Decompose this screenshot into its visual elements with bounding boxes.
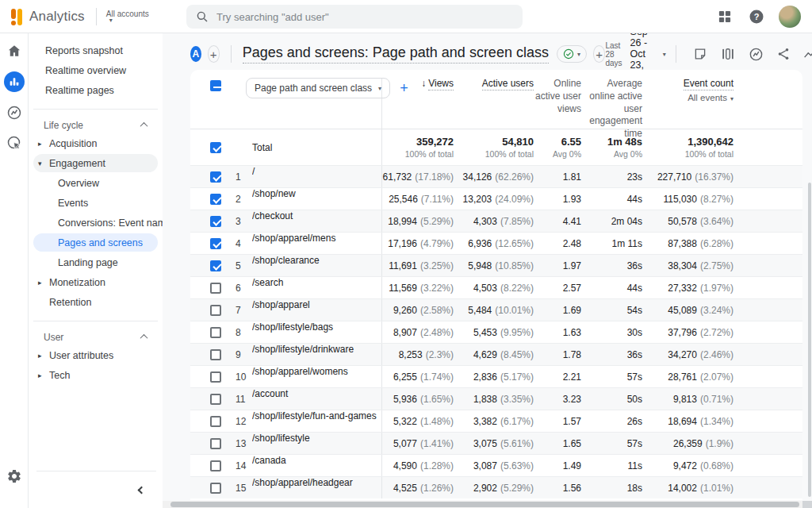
report-status-button[interactable]: ▾ [557, 45, 587, 63]
time-value: 2m 04s [611, 216, 642, 227]
sidebar-item[interactable]: ▸ User attributes [33, 346, 158, 364]
column-header-active-users[interactable]: Active users [454, 78, 534, 89]
share-icon[interactable] [773, 44, 794, 64]
row-checkbox[interactable] [210, 483, 221, 494]
analytics-logo-icon[interactable] [11, 8, 22, 25]
opv-value: 1.57 [563, 416, 581, 427]
events-pct: (3.24%) [700, 305, 733, 316]
row-checkbox[interactable] [210, 305, 221, 316]
dimension-selector[interactable]: Page path and screen class ▾ [246, 78, 390, 98]
table-row: 3 /checkout 18,994(5.29%) 4,303(7.85%) 4… [190, 210, 802, 232]
cell-online-views: 2.57 [534, 283, 581, 294]
comparison-icon[interactable] [718, 44, 738, 64]
row-checkbox[interactable] [210, 438, 221, 449]
reports-icon[interactable] [4, 71, 25, 92]
sidebar-item[interactable]: Reports snapshot [33, 41, 158, 60]
explore-icon[interactable] [5, 103, 24, 122]
row-checkbox[interactable] [210, 371, 221, 383]
column-header-views[interactable]: ↓Views [382, 78, 454, 89]
row-checkbox[interactable] [210, 416, 221, 427]
cell-avg-engagement: 30s [581, 327, 642, 338]
sidebar-item[interactable]: ▸ Monetization [33, 273, 158, 291]
vertical-scrollbar[interactable] [808, 183, 811, 497]
cell-views: 5,322(1.48%) [382, 416, 454, 427]
sidebar-item[interactable]: ▸ Acquisition [33, 134, 158, 152]
search-input[interactable] [216, 11, 513, 23]
home-icon[interactable] [5, 41, 24, 60]
help-icon[interactable]: ? [747, 7, 766, 26]
sidebar-item[interactable]: Events [33, 194, 158, 212]
sidebar-item[interactable]: Overview [33, 174, 158, 192]
opv-value: 1.49 [563, 460, 581, 471]
sidebar-item[interactable]: User [33, 321, 158, 344]
row-checkbox[interactable] [210, 216, 221, 227]
horizontal-scrollbar-thumb[interactable] [170, 502, 799, 507]
caret-down-icon: ▾ [663, 51, 666, 58]
row-checkbox[interactable] [210, 394, 221, 405]
horizontal-scrollbar[interactable] [163, 501, 812, 508]
views-value: 8,907 [393, 327, 417, 338]
table-row: 14 /canada 4,590(1.28%) 3,087(5.63%) 1.4… [190, 454, 802, 476]
total-label: Total [252, 142, 272, 153]
row-checkbox[interactable] [210, 171, 221, 183]
advertising-icon[interactable] [5, 133, 24, 152]
total-checkbox[interactable] [210, 142, 221, 153]
sidebar-item-label: Realtime pages [45, 85, 114, 96]
sidebar-item[interactable]: Landing page [33, 253, 158, 271]
sidebar-item-label: Monetization [49, 277, 105, 288]
sidebar-item-label: Tech [49, 370, 70, 381]
select-all-checkbox[interactable] [210, 80, 221, 91]
row-checkbox[interactable] [210, 327, 221, 338]
avatar[interactable] [779, 6, 801, 28]
row-checkbox[interactable] [210, 194, 221, 205]
views-value: 11,691 [389, 260, 417, 271]
column-header-online-views[interactable]: Online active user views [534, 78, 581, 115]
search-bar[interactable] [186, 5, 523, 29]
row-checkbox[interactable] [210, 260, 221, 271]
row-checkbox[interactable] [210, 283, 221, 294]
sidebar-item[interactable]: Pages and screens [33, 233, 158, 252]
table-row: 11 /account 5,936(1.65%) 1,838(3.35%) 3.… [190, 387, 802, 410]
row-checkbox[interactable] [210, 349, 221, 360]
row-checkbox[interactable] [210, 238, 221, 249]
row-page-path: /shop/new [252, 188, 382, 210]
collection-badge[interactable]: A [190, 46, 201, 62]
sidebar-item[interactable]: Life cycle [33, 109, 158, 133]
events-value: 50,578 [668, 216, 697, 227]
dimension-label: Page path and screen class [255, 83, 372, 94]
cell-views: 11,691(3.25%) [382, 260, 454, 271]
sidebar-item[interactable]: ▸ Tech [33, 366, 158, 384]
row-checkbox[interactable] [210, 460, 221, 471]
sidebar-item[interactable]: Conversions: Event name [33, 214, 158, 232]
insights-icon[interactable] [801, 44, 812, 64]
explore-circle-icon[interactable] [745, 44, 766, 64]
product-name: Analytics [29, 9, 85, 25]
note-icon[interactable] [690, 44, 710, 64]
sidebar-item[interactable]: Retention [33, 293, 158, 311]
accounts-label: All accounts [106, 10, 149, 18]
add-report-button[interactable]: + [208, 45, 220, 63]
sidebar-item-label: Pages and screens [58, 237, 143, 248]
column-header-event-count[interactable]: Event count All events▾ [642, 78, 733, 102]
apps-grid-icon[interactable] [715, 7, 734, 26]
column-header-avg-engagement[interactable]: Average online active user engagement ti… [581, 78, 642, 140]
sidebar-item[interactable]: ▾ Engagement [33, 154, 158, 172]
views-value: 17,196 [388, 238, 417, 249]
report-title[interactable]: Pages and screens: Page path and screen … [243, 44, 549, 64]
views-pct: (7.11%) [421, 194, 454, 205]
table-header-row: Page path and screen class ▾ + ↓Views Ac… [190, 70, 802, 129]
add-comparison-button[interactable]: + [593, 45, 606, 63]
events-pct: (3.64%) [700, 216, 733, 227]
events-pct: (2.07%) [700, 371, 733, 383]
cell-event-count: 9,813(0.71%) [642, 394, 733, 405]
sidebar-item[interactable]: Realtime overview [33, 61, 158, 79]
views-pct: (1.28%) [420, 460, 454, 471]
collapse-sidebar-button[interactable] [132, 481, 150, 498]
admin-gear-icon[interactable] [5, 467, 24, 486]
account-switcher[interactable]: All accounts ▾ [106, 10, 149, 23]
events-value: 18,694 [668, 416, 697, 427]
table-row: 6 /search 11,569(3.22%) 4,503(8.22%) 2.5… [190, 276, 802, 298]
sidebar-item[interactable]: Realtime pages [33, 81, 158, 99]
users-pct: (12.65%) [495, 238, 534, 249]
event-filter[interactable]: All events▾ [642, 93, 733, 102]
